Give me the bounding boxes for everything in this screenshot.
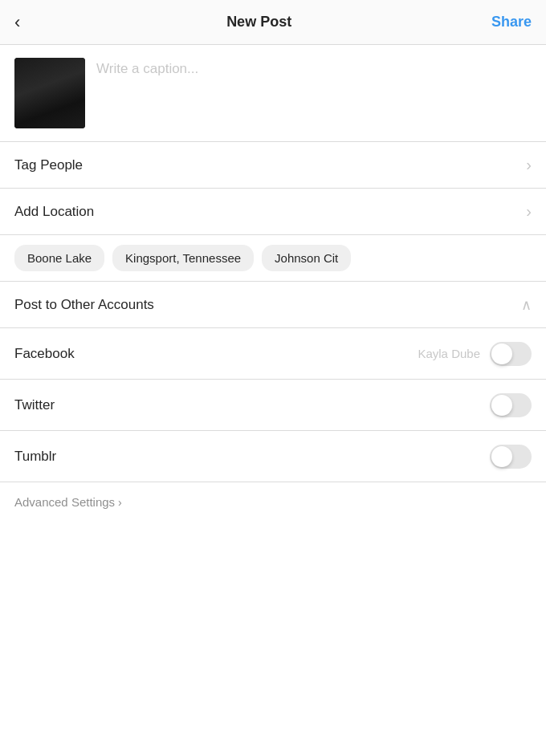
caption-area: Write a caption... (0, 45, 546, 142)
advanced-settings-chevron-icon: › (118, 496, 122, 509)
tag-people-row[interactable]: Tag People › (0, 142, 546, 189)
add-location-row[interactable]: Add Location › (0, 189, 546, 235)
back-button[interactable]: ‹ (14, 9, 26, 36)
post-to-other-accounts-header[interactable]: Post to Other Accounts ∧ (0, 282, 546, 328)
location-chip-0[interactable]: Boone Lake (14, 245, 104, 271)
tag-people-chevron-icon: › (526, 156, 532, 174)
tumblr-label: Tumblr (14, 449, 56, 465)
tumblr-left: Tumblr (14, 449, 56, 465)
post-to-other-accounts-label: Post to Other Accounts (14, 297, 154, 313)
facebook-account-name: Kayla Dube (418, 347, 480, 360)
tumblr-row: Tumblr (0, 431, 546, 482)
facebook-row: Facebook Kayla Dube (0, 328, 546, 380)
facebook-label: Facebook (14, 346, 75, 362)
add-location-label: Add Location (14, 204, 94, 220)
location-chips-container: Boone Lake Kingsport, Tennessee Johnson … (0, 235, 546, 282)
facebook-left: Facebook (14, 346, 75, 362)
location-chip-2[interactable]: Johnson Cit (262, 245, 351, 271)
advanced-settings-label: Advanced Settings (14, 495, 115, 509)
facebook-right: Kayla Dube (418, 342, 532, 366)
twitter-row: Twitter (0, 380, 546, 431)
facebook-toggle[interactable] (490, 342, 532, 366)
post-to-other-accounts-chevron-icon: ∧ (521, 296, 532, 314)
add-location-chevron-icon: › (526, 202, 532, 221)
advanced-settings-row[interactable]: Advanced Settings › (0, 482, 546, 522)
tumblr-right (480, 445, 532, 469)
page-title: New Post (226, 14, 291, 30)
tag-people-label: Tag People (14, 157, 83, 173)
location-chip-1[interactable]: Kingsport, Tennessee (112, 245, 254, 271)
share-button[interactable]: Share (491, 14, 532, 30)
post-thumbnail (14, 58, 85, 128)
header: ‹ New Post Share (0, 0, 546, 45)
twitter-left: Twitter (14, 397, 55, 413)
twitter-toggle[interactable] (490, 393, 532, 417)
twitter-right (480, 393, 532, 417)
tumblr-toggle[interactable] (490, 445, 532, 469)
twitter-label: Twitter (14, 397, 55, 413)
caption-input[interactable]: Write a caption... (96, 58, 532, 77)
cat-image (14, 58, 85, 128)
